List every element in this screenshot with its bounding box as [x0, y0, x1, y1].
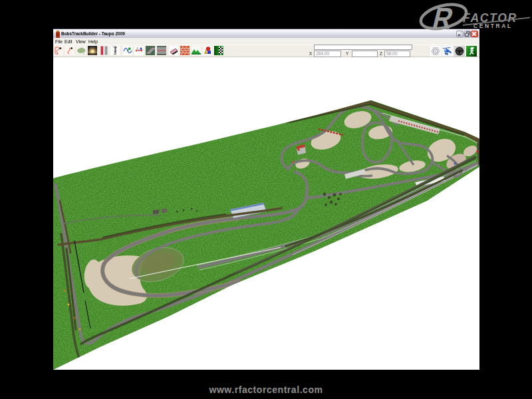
svg-text:R: R — [430, 1, 457, 35]
svg-text:CENTRAL: CENTRAL — [473, 23, 513, 29]
